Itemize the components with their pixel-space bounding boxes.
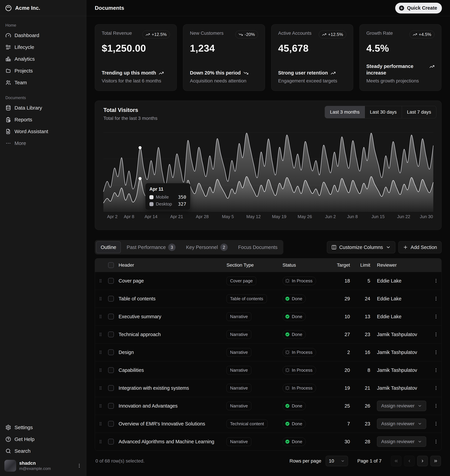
drag-handle-icon[interactable] (98, 296, 103, 301)
area-chart[interactable]: Apr 11 Mobile 350 Desktop 327 (103, 129, 433, 212)
target-value[interactable]: 30 (329, 433, 355, 451)
sidebar-item-projects[interactable]: Projects (3, 65, 83, 76)
limit-value[interactable]: 8 (355, 361, 375, 379)
target-value[interactable]: 18 (329, 272, 355, 290)
row-menu-icon[interactable] (433, 350, 438, 355)
tab-outline[interactable]: Outline (96, 241, 121, 253)
table-row[interactable]: Innovation and Advantages Narrative Done… (95, 397, 441, 415)
drag-handle-icon[interactable] (98, 350, 103, 355)
drag-handle-icon[interactable] (98, 368, 103, 372)
table-row[interactable]: Integration with existing systems Narrat… (95, 379, 441, 397)
row-header[interactable]: Executive summary (117, 308, 225, 325)
row-header[interactable]: Overview of EMR's Innovative Solutions (117, 415, 225, 433)
row-menu-icon[interactable] (433, 421, 438, 426)
table-row[interactable]: Executive summary Narrative Done 10 13 E… (95, 308, 441, 325)
assign-reviewer-select[interactable]: Assign reviewer (377, 401, 426, 411)
range-last-3-months[interactable]: Last 3 months (325, 106, 365, 118)
quick-create-button[interactable]: Quick Create (395, 3, 442, 13)
customize-columns-button[interactable]: Customize Columns (327, 241, 395, 253)
drag-handle-icon[interactable] (98, 439, 103, 444)
row-header[interactable]: Cover page (117, 272, 225, 290)
row-menu-icon[interactable] (433, 439, 438, 444)
sidebar-item-analytics[interactable]: Analytics (3, 54, 83, 64)
row-checkbox[interactable] (108, 385, 114, 391)
sidebar-item-search[interactable]: Search (3, 446, 83, 456)
sidebar-item-data-library[interactable]: Data Library (3, 103, 83, 113)
select-all-checkbox[interactable] (108, 262, 114, 268)
drag-handle-icon[interactable] (98, 421, 103, 426)
assign-reviewer-select[interactable]: Assign reviewer (377, 436, 426, 447)
org-switcher[interactable]: Acme Inc. (0, 0, 86, 16)
row-checkbox[interactable] (108, 421, 114, 427)
sidebar-item-dashboard[interactable]: Dashboard (3, 30, 83, 41)
table-row[interactable]: Overview of EMR's Innovative Solutions T… (95, 415, 441, 433)
last-page-button[interactable] (430, 456, 441, 466)
row-header[interactable]: Innovation and Advantages (117, 397, 225, 415)
limit-value[interactable]: 24 (355, 290, 375, 308)
row-menu-icon[interactable] (433, 368, 438, 373)
row-header[interactable]: Design (117, 343, 225, 361)
row-header[interactable]: Integration with existing systems (117, 379, 225, 397)
row-checkbox[interactable] (108, 367, 114, 373)
row-checkbox[interactable] (108, 349, 114, 355)
row-header[interactable]: Advanced Algorithms and Machine Learning (117, 433, 225, 451)
row-checkbox[interactable] (108, 278, 114, 284)
limit-value[interactable]: 5 (355, 272, 375, 290)
row-checkbox[interactable] (108, 314, 114, 319)
row-checkbox[interactable] (108, 403, 114, 409)
sidebar-item-team[interactable]: Team (3, 77, 83, 88)
target-value[interactable]: 19 (329, 379, 355, 397)
drag-handle-icon[interactable] (98, 332, 103, 337)
drag-handle-icon[interactable] (98, 404, 103, 408)
prev-page-button[interactable] (404, 456, 414, 466)
row-menu-icon[interactable] (433, 278, 438, 283)
target-value[interactable]: 7 (329, 415, 355, 433)
row-checkbox[interactable] (108, 439, 114, 444)
row-menu-icon[interactable] (433, 296, 438, 301)
target-value[interactable]: 29 (329, 290, 355, 308)
target-value[interactable]: 25 (329, 397, 355, 415)
tab-key-personnel[interactable]: Key Personnel2 (182, 241, 232, 253)
row-menu-icon[interactable] (433, 332, 438, 337)
target-value[interactable]: 2 (329, 343, 355, 361)
tab-focus-documents[interactable]: Focus Documents (234, 241, 282, 253)
row-menu-icon[interactable] (433, 314, 438, 319)
assign-reviewer-select[interactable]: Assign reviewer (377, 418, 426, 429)
sidebar-item-lifecycle[interactable]: Lifecycle (3, 42, 83, 52)
tab-past-performance[interactable]: Past Performance3 (122, 241, 180, 253)
drag-handle-icon[interactable] (98, 314, 103, 319)
table-row[interactable]: Design Narrative In Process 2 16 Jamik T… (95, 343, 441, 361)
row-header[interactable]: Table of contents (117, 290, 225, 308)
rows-per-page-select[interactable]: 10 (326, 456, 348, 466)
range-last-30-days[interactable]: Last 30 days (365, 106, 402, 118)
limit-value[interactable]: 23 (355, 325, 375, 343)
user-menu[interactable]: shadcn m@example.com (3, 458, 83, 473)
table-row[interactable]: Advanced Algorithms and Machine Learning… (95, 433, 441, 451)
limit-value[interactable]: 23 (355, 415, 375, 433)
row-checkbox[interactable] (108, 296, 114, 302)
table-row[interactable]: Technical approach Narrative Done 27 23 … (95, 325, 441, 343)
sidebar-item-reports[interactable]: Reports (3, 114, 83, 125)
limit-value[interactable]: 26 (355, 397, 375, 415)
range-last-7-days[interactable]: Last 7 days (402, 106, 436, 118)
sidebar-item-settings[interactable]: Settings (3, 422, 83, 433)
limit-value[interactable]: 21 (355, 379, 375, 397)
add-section-button[interactable]: Add Section (398, 241, 442, 253)
limit-value[interactable]: 28 (355, 433, 375, 451)
sidebar-item-more[interactable]: More (3, 138, 83, 149)
sidebar-item-word-assistant[interactable]: Word Assistant (3, 126, 83, 137)
limit-value[interactable]: 16 (355, 343, 375, 361)
target-value[interactable]: 20 (329, 361, 355, 379)
sidebar-item-get-help[interactable]: Get Help (3, 434, 83, 445)
row-header[interactable]: Technical approach (117, 325, 225, 343)
table-row[interactable]: Capabilities Narrative In Process 20 8 J… (95, 361, 441, 379)
drag-handle-icon[interactable] (98, 279, 103, 283)
table-row[interactable]: Cover page Cover page In Process 18 5 Ed… (95, 272, 441, 290)
drag-handle-icon[interactable] (98, 386, 103, 390)
row-header[interactable]: Capabilities (117, 361, 225, 379)
row-menu-icon[interactable] (433, 403, 438, 408)
table-row[interactable]: Table of contents Table of contents Done… (95, 290, 441, 308)
row-menu-icon[interactable] (433, 385, 438, 390)
first-page-button[interactable] (391, 456, 401, 466)
target-value[interactable]: 10 (329, 308, 355, 325)
